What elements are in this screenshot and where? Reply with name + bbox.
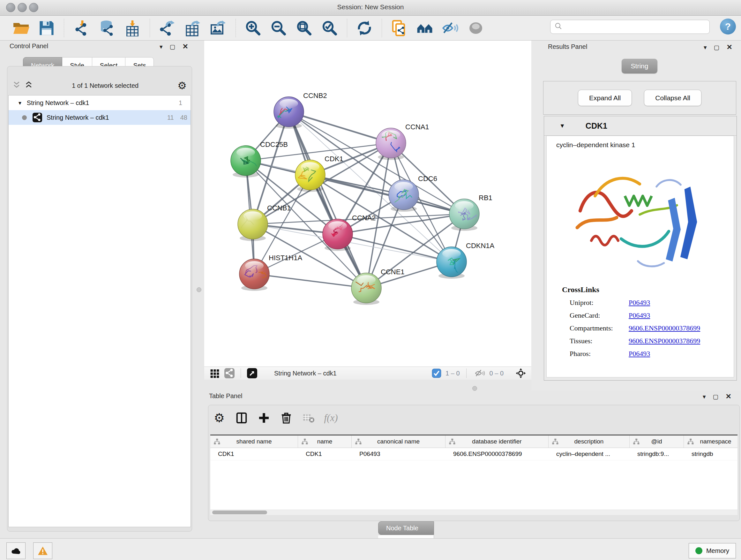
network-home-icon[interactable] — [415, 19, 434, 37]
collection-count: 1 — [179, 99, 182, 107]
expand-all-button[interactable]: Expand All — [578, 90, 632, 106]
scrollbar-thumb[interactable] — [212, 510, 267, 514]
nav-arrow-icon[interactable] — [246, 368, 258, 379]
open-session-icon[interactable] — [390, 19, 408, 37]
close-icon[interactable]: ✕ — [183, 43, 188, 50]
function-icon: f(x) — [324, 411, 338, 425]
protein-structure-image — [569, 151, 703, 278]
node-CDK1[interactable]: CDK1 — [295, 155, 343, 192]
memory-button[interactable]: Memory — [689, 543, 736, 558]
sort-icon — [633, 438, 640, 445]
horizontal-splitter-handle[interactable] — [472, 386, 477, 391]
node-CDKN1A[interactable]: CDKN1A — [436, 242, 495, 280]
network-view-title: String Network – cdk1 — [274, 370, 337, 377]
table-row[interactable]: CDK1CDK1P064939606.ENSP00000378699cyclin… — [210, 448, 738, 460]
column-header-canonical-name[interactable]: canonical name — [352, 435, 446, 448]
tab-string[interactable]: String — [622, 59, 657, 73]
import-network-file-icon[interactable] — [72, 19, 91, 37]
export-table-icon[interactable] — [184, 19, 202, 37]
gene-section-header[interactable]: ▼ CDK1 — [544, 116, 737, 136]
column-header-namespace[interactable]: namespace — [684, 435, 738, 448]
titlebar: Session: New Session — [0, 0, 741, 16]
network-selected-status: 1 of 1 Network selected — [33, 82, 178, 89]
warning-button[interactable] — [33, 543, 52, 559]
share-view-icon[interactable] — [224, 368, 235, 379]
table-panel-header: Table Panel ▾ ▢ ✕ — [204, 390, 741, 405]
column-header-name[interactable]: name — [298, 435, 352, 448]
node-HIST1H1A[interactable]: HIST1H1A — [239, 254, 302, 291]
float-window-icon[interactable]: ▢ — [170, 44, 176, 50]
zoom-out-icon[interactable] — [269, 19, 288, 37]
crosshair-icon[interactable] — [515, 368, 527, 379]
chevron-double-up-icon[interactable] — [24, 81, 33, 90]
edge-CDK1-RB1[interactable] — [310, 175, 464, 214]
zoom-fit-icon[interactable] — [295, 19, 313, 37]
zoom-in-icon[interactable] — [244, 19, 262, 37]
columns-icon[interactable] — [234, 411, 249, 425]
crosslink-label: Pharos: — [569, 350, 629, 358]
network-row[interactable]: String Network – cdk1 11 48 — [9, 110, 191, 125]
section-expander-icon[interactable]: ▼ — [559, 123, 565, 129]
float-window-icon[interactable]: ▢ — [713, 394, 719, 400]
network-collection-row[interactable]: ▼ String Network – cdk1 1 — [9, 96, 191, 110]
network-canvas[interactable]: CCNB2CCNA1CDC25BCDK1CDC6RB1CCNB1CCNA2CDK… — [204, 41, 531, 367]
chevron-double-down-icon[interactable] — [12, 81, 21, 90]
collapse-triangle-icon[interactable]: ▾ — [704, 44, 707, 51]
search-icon — [554, 22, 562, 32]
gene-symbol: CDK1 — [586, 121, 607, 131]
import-table-icon[interactable] — [123, 19, 142, 37]
show-all-icon[interactable] — [467, 19, 485, 37]
refresh-layout-icon[interactable] — [355, 19, 374, 37]
column-header-shared-name[interactable]: shared name — [210, 435, 298, 448]
crosslink-value-link[interactable]: P06493 — [629, 350, 650, 358]
cloud-button[interactable] — [6, 543, 25, 559]
edge-count: 48 — [180, 114, 187, 121]
crosslink-value-link[interactable]: P06493 — [629, 311, 650, 320]
close-icon[interactable]: ✕ — [726, 393, 731, 400]
node-layer: CCNB2CCNA1CDC25BCDK1CDC6RB1CCNB1CCNA2CDK… — [231, 91, 495, 305]
node-label-CCNE1: CCNE1 — [381, 268, 405, 276]
results-panel: Results Panel ▾ ▢ ✕ String Expand All Co… — [531, 41, 741, 390]
edge-HIST1H1A-CCNE1[interactable] — [254, 274, 366, 288]
delete-column-icon[interactable] — [279, 411, 293, 425]
toolbar-separator — [382, 19, 382, 37]
collapse-all-button[interactable]: Collapse All — [644, 90, 701, 106]
crosslink-value-link[interactable]: 9606.ENSP00000378699 — [629, 337, 700, 345]
hide-selected-icon[interactable] — [441, 19, 460, 37]
node-CDC6[interactable]: CDC6 — [389, 175, 437, 212]
float-window-icon[interactable]: ▢ — [714, 44, 720, 51]
help-button[interactable]: ? — [720, 18, 736, 35]
column-header-description[interactable]: description — [549, 435, 630, 448]
collapse-triangle-icon[interactable]: ▾ — [159, 44, 163, 50]
gear-icon[interactable]: ⚙ — [178, 80, 187, 91]
node-CCNB2[interactable]: CCNB2 — [274, 91, 327, 129]
node-CCNE1[interactable]: CCNE1 — [345, 268, 405, 305]
save-session-icon[interactable] — [37, 19, 56, 37]
search-field[interactable] — [550, 20, 710, 34]
table-hscrollbar[interactable] — [210, 510, 738, 515]
search-input[interactable] — [562, 23, 710, 30]
selected-checkbox-icon[interactable] — [432, 368, 441, 379]
column-header--id[interactable]: @id — [630, 435, 684, 448]
tree-expander-icon[interactable]: ▼ — [17, 100, 22, 106]
crosslink-value-link[interactable]: 9606.ENSP00000378699 — [629, 324, 700, 332]
control-panel: Control Panel ▾ ▢ ✕ NetworkStyleSelectSe… — [0, 41, 192, 539]
export-network-icon[interactable] — [158, 19, 177, 37]
add-column-icon[interactable] — [257, 411, 271, 425]
close-icon[interactable]: ✕ — [727, 44, 732, 51]
open-file-icon[interactable] — [12, 19, 30, 37]
export-image-icon[interactable] — [209, 19, 227, 37]
network-list: ▼ String Network – cdk1 1 String Network… — [8, 95, 191, 527]
left-splitter-handle[interactable] — [197, 287, 201, 292]
import-network-database-icon[interactable] — [98, 19, 116, 37]
grid-view-icon[interactable] — [209, 368, 220, 379]
column-header-database-identifier[interactable]: database identifier — [446, 435, 549, 448]
crosslink-value-link[interactable]: P06493 — [629, 299, 650, 307]
tab-node-table[interactable]: Node Table — [378, 521, 434, 535]
zoom-selected-icon[interactable] — [320, 19, 339, 37]
network-graph: CCNB2CCNA1CDC25BCDK1CDC6RB1CCNB1CCNA2CDK… — [204, 41, 531, 367]
edge-CCNB2-CCNA1[interactable] — [289, 112, 391, 143]
gear-icon[interactable]: ⚙ — [212, 411, 226, 425]
collapse-triangle-icon[interactable]: ▾ — [703, 394, 706, 400]
node-RB1[interactable]: RB1 — [449, 194, 492, 231]
